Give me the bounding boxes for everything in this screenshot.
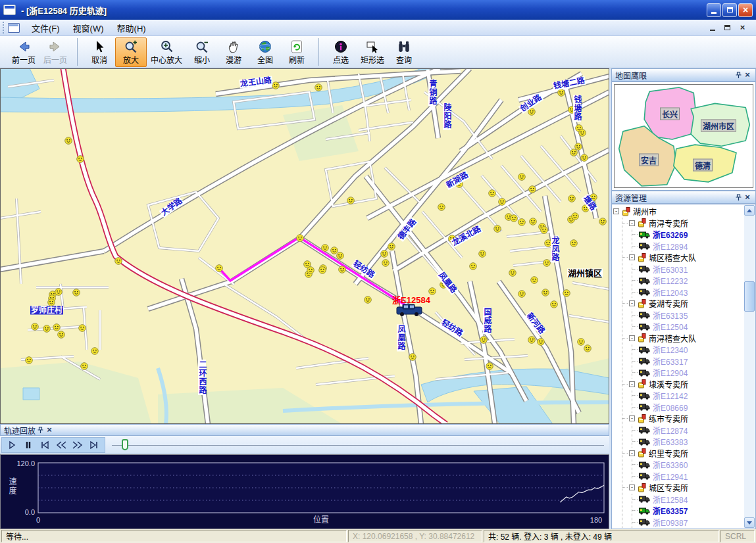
toolbar-button-zoom-in[interactable]: 放大	[115, 37, 147, 67]
tree-vehicle-row[interactable]: 浙E63383	[632, 436, 743, 448]
eagle-eye-panel[interactable]: 长兴湖州市区安吉德清	[611, 82, 756, 191]
menu-item-0[interactable]: 文件(F)	[25, 22, 66, 35]
poi-marker	[65, 137, 72, 145]
tree-vehicle-row[interactable]: 浙E08669	[632, 402, 743, 413]
toolbar-button-zoom-out[interactable]: 缩小	[186, 37, 218, 67]
tree-vehicle-row[interactable]: 浙E12043	[632, 287, 743, 298]
pause-button[interactable]	[20, 438, 36, 452]
skip-end-button[interactable]	[86, 438, 101, 452]
tree-vehicle-row[interactable]: 浙E63269	[632, 229, 743, 241]
zoom-out-icon	[195, 39, 209, 54]
tree-group-row[interactable]: -菱湖专卖所	[622, 298, 743, 310]
arrow-left-icon	[16, 39, 31, 54]
playback-slider-track[interactable]	[112, 445, 604, 446]
tree-vehicle-row[interactable]: 浙E09387	[632, 517, 743, 529]
pin-icon[interactable]	[734, 193, 743, 202]
tree-group-row[interactable]: -城区稽查大队	[622, 252, 743, 264]
tree-group-row[interactable]: -南浔稽查大队	[622, 333, 743, 344]
collapse-icon[interactable]: -	[629, 300, 635, 306]
close-icon[interactable]: ×	[743, 193, 752, 202]
road-label: 国威路	[483, 308, 491, 335]
toolbar-button-hand[interactable]: 漫游	[218, 37, 249, 67]
truck-icon	[639, 438, 650, 446]
collapse-icon[interactable]: -	[629, 450, 635, 456]
close-icon[interactable]: ×	[45, 425, 54, 435]
scrollbar-thumb[interactable]	[744, 281, 755, 312]
toolbar-button-arrow-left[interactable]: 前一页	[8, 37, 39, 67]
play-button[interactable]	[4, 438, 19, 452]
vehicle-plate: 浙E12894	[653, 241, 688, 252]
tree-group-row[interactable]: -南浔专卖所	[622, 218, 743, 229]
poi-marker	[388, 243, 395, 250]
collapse-icon[interactable]: -	[629, 415, 635, 421]
menu-item-2[interactable]: 帮助(H)	[111, 22, 153, 35]
collapse-icon[interactable]: -	[629, 335, 635, 341]
tree-vehicle-row[interactable]: 浙E12584	[632, 494, 743, 506]
toolbar-button-binoculars[interactable]: 查询	[388, 37, 420, 67]
tree-vehicle-row[interactable]: 浙E12894	[632, 241, 743, 252]
document-icon	[8, 23, 20, 33]
tree-vehicle-row[interactable]: 浙E63357	[632, 505, 743, 517]
tree-vehicle-row[interactable]: 浙E63360	[632, 459, 743, 471]
tree-vehicle-row[interactable]: 浙E12504	[632, 321, 743, 333]
tree-group-row[interactable]: -埭溪专卖所	[622, 379, 743, 390]
close-icon[interactable]: ×	[743, 70, 752, 80]
tree-scrollbar[interactable]	[744, 205, 755, 528]
tree-vehicle-row[interactable]: 浙E12340	[632, 344, 743, 356]
vehicle-plate: 浙E12504	[653, 321, 688, 332]
zoom-in-icon	[124, 39, 138, 54]
collapse-icon[interactable]: -	[629, 254, 635, 260]
minimize-button[interactable]	[707, 3, 721, 17]
tree-root-row[interactable]: -湖州市	[613, 206, 743, 218]
organization-icon	[638, 253, 646, 262]
toolbar-button-globe[interactable]: 全图	[249, 37, 281, 67]
toolbar-button-label: 中心放大	[151, 54, 182, 65]
tree-vehicle-row[interactable]: 浙E12904	[632, 367, 743, 379]
tree-vehicle-row[interactable]: 浙E12874	[632, 425, 743, 437]
tree-vehicle-row[interactable]: 浙E12941	[632, 471, 743, 483]
tree-vehicle-row[interactable]: 浙E63135	[632, 310, 743, 321]
status-vehicle-summary: 共: 52 辆. 登入: 3 辆 , 未登入: 49 辆	[484, 530, 719, 542]
poi-marker	[58, 331, 65, 339]
toolbar-button-cursor[interactable]: 取消	[84, 37, 115, 67]
restore-button[interactable]	[722, 3, 737, 17]
close-button[interactable]: ×	[738, 3, 753, 17]
scroll-up-icon[interactable]	[744, 205, 755, 216]
mdi-restore-button[interactable]	[722, 23, 733, 33]
organization-icon	[638, 483, 646, 492]
tree-vehicle-row[interactable]: 浙E12142	[632, 390, 743, 402]
playback-controls	[0, 436, 609, 454]
playback-slider-thumb[interactable]	[122, 439, 128, 450]
tree-vehicle-row[interactable]: 浙E12232	[632, 275, 743, 287]
tree-group-row[interactable]: -城区专卖所	[622, 482, 743, 494]
tree-group-row[interactable]: -织里专卖所	[622, 448, 743, 460]
poi-marker	[538, 339, 545, 346]
pin-icon[interactable]	[36, 425, 45, 435]
skip-back-button[interactable]	[37, 438, 52, 452]
collapse-icon[interactable]: -	[629, 484, 635, 490]
vehicle-plate: 浙E63031	[653, 264, 688, 275]
rewind-button[interactable]	[53, 438, 68, 452]
map-canvas[interactable]: 龙王山路青铜路陵阳路创业路钱塘二路钱塘路新湖路大学路德丰路龙溪北路轻纺路轻纺路凤…	[0, 68, 609, 424]
menu-item-1[interactable]: 视窗(W)	[66, 22, 111, 35]
collapse-icon[interactable]: -	[613, 208, 619, 214]
toolbar-button-rect-select[interactable]: 矩形选	[357, 37, 388, 67]
mdi-close-button[interactable]: ×	[737, 23, 748, 33]
mdi-minimize-button[interactable]	[707, 23, 718, 33]
collapse-icon[interactable]: -	[629, 220, 635, 226]
toolbar-button-arrow-right[interactable]: 后一页	[39, 37, 71, 67]
group-label: 埭溪专卖所	[649, 379, 688, 390]
toolbar-button-info[interactable]: 点选	[325, 37, 357, 67]
tree-vehicle-row[interactable]: 浙E63031	[632, 264, 743, 275]
forward-button[interactable]	[70, 438, 85, 452]
tree-vehicle-row[interactable]: 浙E63317	[632, 356, 743, 367]
toolbar-button-zoom-center[interactable]: 中心放大	[147, 37, 186, 67]
road-label: 二环西路	[198, 360, 206, 395]
resources-title: 资源管理	[615, 192, 734, 203]
toolbar-button-refresh[interactable]: 刷新	[281, 37, 313, 67]
scroll-down-icon[interactable]	[744, 517, 755, 528]
svg-text:0.0: 0.0	[25, 508, 35, 516]
tree-group-row[interactable]: -练市专卖所	[622, 413, 743, 425]
collapse-icon[interactable]: -	[629, 381, 635, 387]
pin-icon[interactable]	[734, 70, 743, 80]
